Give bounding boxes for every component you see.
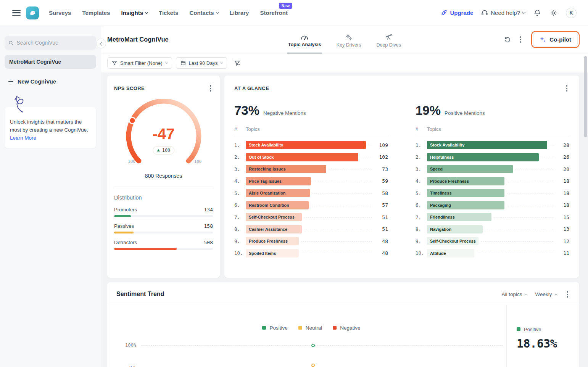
upgrade-button[interactable]: Upgrade (441, 10, 473, 16)
nav-item[interactable]: Tickets (159, 10, 178, 16)
topic-row: 10. Attitude 11 (416, 247, 569, 259)
tab-topic-analysis[interactable]: Topic Analysis (287, 26, 322, 53)
topics-list-header: # Topics (234, 126, 388, 136)
arrow-doodle (11, 92, 96, 114)
header-actions: Co-pilot (503, 31, 580, 48)
topic-row: 8. Cashier Assistance 51 (234, 223, 388, 235)
distribution-list: Promoters 134 (114, 207, 213, 250)
trend-up-icon (157, 149, 160, 151)
nav-item[interactable]: Storefront New (260, 10, 288, 16)
topic-bar: Self-Checkout Process (427, 237, 478, 245)
data-point-positive (311, 344, 315, 347)
gauge-icon (300, 34, 309, 40)
topic-bar: Price Tag Issues (246, 177, 311, 185)
leader-line (541, 157, 554, 157)
squiggle-arrow-icon (11, 92, 27, 114)
chevron-left-icon (100, 42, 104, 45)
rocket-icon (441, 10, 447, 16)
negative-mentions-column: 73% Negative Mentions # Topics (234, 103, 388, 259)
nav-item[interactable]: Library (230, 10, 249, 16)
leader-line (477, 253, 553, 253)
copilot-highlight-ring: Co-pilot (531, 31, 580, 48)
topic-bar: Stock Availability (246, 141, 366, 149)
telescope-icon (385, 34, 393, 40)
settings-button[interactable] (549, 9, 558, 17)
topic-bar: Spoiled Items (246, 249, 299, 258)
leader-line (329, 169, 372, 169)
topic-bar: Aisle Organization (246, 189, 310, 197)
learn-more-link[interactable]: Learn More (10, 135, 36, 141)
chevron-down-icon (216, 10, 219, 13)
nav-item[interactable]: Surveys (49, 10, 71, 16)
responses-count: 800 Responses (114, 173, 213, 179)
more-options-button[interactable] (518, 34, 523, 45)
funnel-icon (112, 60, 117, 66)
topic-bar: Timeliness (427, 189, 504, 197)
leader-line (368, 145, 372, 145)
scrollbar[interactable] (584, 56, 587, 137)
sentiment-card-menu[interactable] (565, 289, 570, 299)
refresh-button[interactable] (503, 35, 512, 44)
smart-filter-dropdown[interactable]: Smart Filter (None) (107, 57, 172, 69)
topic-row: 1. Stock Availability 28 (416, 139, 569, 151)
sidebar-collapse-button[interactable] (96, 39, 106, 48)
topic-row: 7. Self-Checkout Process 51 (234, 211, 388, 224)
nps-value: -47 (119, 126, 208, 143)
topic-row: 1. Stock Availability 109 (234, 139, 388, 151)
leader-line (507, 181, 554, 181)
positive-pct-label: Positive Mentions (445, 110, 485, 116)
sentiment-chart: Positive Neutral (116, 305, 506, 367)
positive-summary-value: 18.63% (517, 337, 579, 350)
tab-deep-dives[interactable]: Deep Dives (375, 26, 402, 53)
legend-swatch (298, 326, 302, 330)
navbar-right-actions: Upgrade Need help? (441, 8, 577, 18)
plus-icon (8, 79, 13, 84)
notifications-button[interactable] (533, 8, 541, 17)
nav-item[interactable]: Insights (121, 10, 148, 16)
filter-icon-button[interactable] (234, 60, 240, 66)
tab-key-drivers[interactable]: Key Drivers (336, 26, 362, 53)
topic-row: 10. Spoiled Items 48 (234, 247, 388, 259)
app-logo[interactable] (26, 6, 39, 19)
legend-item: Neutral (298, 325, 322, 331)
new-badge: New (279, 3, 292, 9)
leader-line (549, 145, 553, 145)
topic-row: 5. Timeliness 18 (416, 187, 569, 200)
topics-filter-dropdown[interactable]: All topics (501, 291, 527, 297)
distribution-row: Passives 158 (114, 223, 213, 233)
topic-bar: Produce Freshness (427, 177, 504, 185)
negative-topics-list: 1. Stock Availability 109 (234, 139, 388, 259)
help-menu[interactable]: Need help? (481, 10, 525, 16)
distribution-bar (114, 232, 213, 233)
date-range-dropdown[interactable]: Last 90 Days (176, 57, 227, 69)
nav-item[interactable]: Templates (82, 10, 110, 16)
search-input[interactable] (17, 40, 92, 46)
user-avatar[interactable]: K (566, 8, 577, 18)
topic-row: 5. Aisle Organization 58 (234, 187, 388, 200)
topic-bar: Stock Availability (427, 141, 547, 149)
topic-bar: Restroom Condition (246, 201, 309, 209)
nps-delta-badge: 100 (153, 146, 175, 155)
glance-card-menu[interactable] (564, 83, 570, 93)
leader-line (304, 229, 372, 229)
leader-line (507, 193, 554, 193)
chart-legend: Positive Neutral (116, 325, 506, 331)
view-tabs: Topic Analysis Key Drivers (287, 26, 402, 53)
positive-topics-list: 1. Stock Availability 28 (416, 139, 569, 259)
sidebar-item-metromart[interactable]: MetroMart CogniVue (5, 55, 96, 69)
calendar-icon (180, 60, 186, 66)
hamburger-menu-icon[interactable] (12, 10, 21, 16)
period-dropdown[interactable]: Weekly (535, 291, 556, 297)
chevron-down-icon (145, 10, 148, 13)
main-area: MetroMart CogniVue Topic Analysis (101, 26, 588, 367)
at-a-glance-card: AT A GLANCE 73% Negative Mentions # (224, 76, 579, 278)
primary-nav: Surveys Templates Insights Ti (49, 10, 288, 16)
topic-bar: Friendliness (427, 213, 491, 221)
filter-bar: Smart Filter (None) Last 90 Days (101, 53, 588, 72)
nav-item[interactable]: Contacts (189, 10, 218, 16)
topic-row: 4. Produce Freshness 18 (416, 175, 569, 187)
new-cognivue-button[interactable]: New CogniVue (5, 77, 60, 86)
copilot-button[interactable]: Co-pilot (533, 33, 578, 46)
page-title: MetroMart CogniVue (107, 36, 169, 43)
nps-card-menu[interactable] (208, 83, 213, 93)
